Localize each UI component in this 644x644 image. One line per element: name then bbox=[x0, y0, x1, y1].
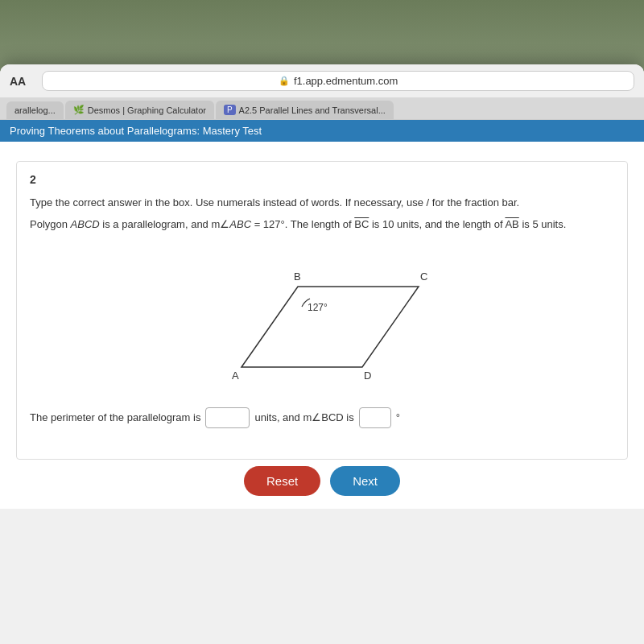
svg-text:B: B bbox=[294, 270, 301, 283]
svg-text:A: A bbox=[232, 369, 239, 382]
page-title-bar: Proving Theorems about Parallelograms: M… bbox=[0, 120, 644, 142]
svg-text:D: D bbox=[364, 369, 371, 382]
address-bar: 🔒 f1.app.edmentum.com bbox=[42, 71, 634, 91]
answer-units: units, and m∠BCD is bbox=[254, 411, 353, 423]
tab-parallel-lines[interactable]: P A2.5 Parallel Lines and Transversal... bbox=[216, 101, 394, 119]
next-button[interactable]: Next bbox=[330, 466, 400, 496]
tab-label-1: arallelog... bbox=[14, 105, 56, 115]
bc-segment: BC bbox=[354, 218, 369, 230]
question-number: 2 bbox=[30, 173, 614, 186]
svg-text:127°: 127° bbox=[308, 302, 328, 313]
perimeter-input[interactable] bbox=[205, 407, 250, 428]
tab-label-3: A2.5 Parallel Lines and Transversal... bbox=[239, 105, 386, 115]
aa-label: AA bbox=[10, 75, 26, 88]
ab-segment: AB bbox=[505, 218, 518, 230]
tab-label-2: Desmos | Graphing Calculator bbox=[88, 105, 206, 115]
diagram-container: B C D A 127° bbox=[30, 246, 614, 391]
address-text: f1.app.edmentum.com bbox=[294, 75, 398, 87]
problem-text: Polygon ABCD is a parallelogram, and m∠A… bbox=[30, 217, 614, 233]
tabs-bar: arallelog... 🌿 Desmos | Graphing Calcula… bbox=[0, 97, 644, 119]
page-title: Proving Theorems about Parallelograms: M… bbox=[10, 125, 262, 137]
tab-desmos[interactable]: 🌿 Desmos | Graphing Calculator bbox=[65, 101, 214, 119]
tab-parallelogram[interactable]: arallelog... bbox=[6, 101, 64, 119]
angle-input[interactable] bbox=[359, 407, 391, 428]
answer-row: The perimeter of the parallelogram is un… bbox=[30, 407, 614, 428]
svg-text:C: C bbox=[420, 270, 427, 283]
answer-prefix: The perimeter of the parallelogram is bbox=[30, 411, 200, 423]
p-icon: P bbox=[224, 105, 236, 115]
buttons-row: Reset Next bbox=[16, 466, 628, 496]
main-content: 2 Type the correct answer in the box. Us… bbox=[0, 142, 644, 509]
reset-button[interactable]: Reset bbox=[244, 466, 320, 496]
svg-marker-0 bbox=[242, 287, 419, 367]
degree-symbol: ° bbox=[396, 411, 400, 423]
question-section: 2 Type the correct answer in the box. Us… bbox=[16, 161, 628, 460]
instruction-text: Type the correct answer in the box. Use … bbox=[30, 196, 614, 210]
parallelogram-diagram: B C D A 127° bbox=[193, 246, 451, 391]
desmos-icon: 🌿 bbox=[73, 105, 85, 115]
lock-icon: 🔒 bbox=[279, 76, 290, 86]
